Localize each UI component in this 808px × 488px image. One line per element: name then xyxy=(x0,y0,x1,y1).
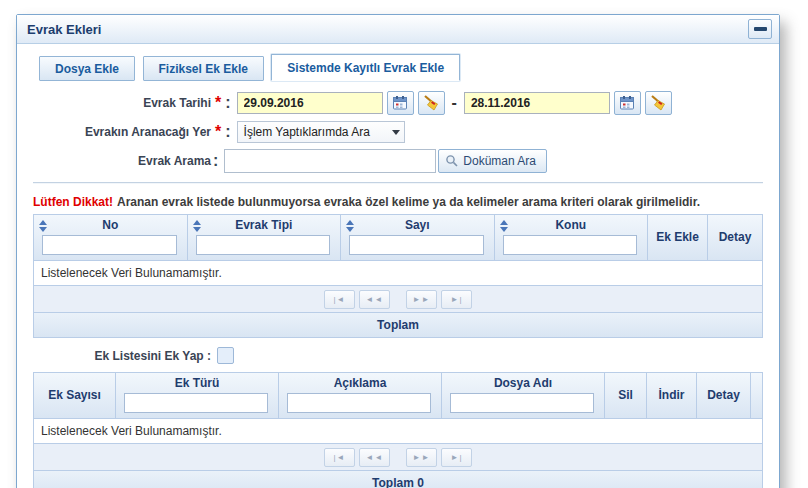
filter-no-input[interactable] xyxy=(42,235,177,255)
broom-icon xyxy=(649,94,667,112)
warning-prefix: Lütfen Dikkat! xyxy=(33,195,113,209)
attachment-list-checkbox-label: Ek Listesini Ek Yap : xyxy=(33,349,211,363)
calendar-icon xyxy=(619,95,635,111)
column-header-label: Dosya Adı xyxy=(446,376,600,392)
column-no: No xyxy=(34,215,188,260)
minimize-button[interactable] xyxy=(748,19,772,39)
column-detay: Detay xyxy=(697,373,751,418)
date-from-input[interactable] xyxy=(237,92,383,114)
date-to-clear-button[interactable] xyxy=(645,91,672,115)
minimize-icon xyxy=(754,27,767,31)
search-input[interactable] xyxy=(224,149,436,173)
chevron-down-icon xyxy=(392,130,400,135)
column-ek-ekle: Ek Ekle xyxy=(648,215,708,260)
search-place-select[interactable]: İşlem Yaptıklarımda Ara xyxy=(237,121,405,143)
attachments-table-header: Ek Sayısı Ek Türü Açıklama Dosya Adı Sil… xyxy=(34,373,762,418)
search-label: Evrak Arama xyxy=(33,154,211,168)
documents-table-header: No Evrak Tipi Sayı Konu xyxy=(34,215,762,260)
document-search-button-label: Doküman Ara xyxy=(463,154,536,168)
column-header-label[interactable]: Evrak Tipi xyxy=(192,218,337,234)
required-mark: * xyxy=(211,123,223,141)
search-form: Evrak Tarihi * : xyxy=(33,91,763,173)
attachment-list-checkbox[interactable] xyxy=(217,347,234,364)
required-mark: * xyxy=(211,94,223,112)
date-from-clear-button[interactable] xyxy=(418,91,445,115)
date-to-input[interactable] xyxy=(464,92,610,114)
column-header-label[interactable]: Konu xyxy=(499,218,644,234)
dialog-title: Evrak Ekleri xyxy=(27,22,101,37)
paginator-next-button[interactable]: ►► xyxy=(406,448,437,467)
column-aciklama: Açıklama xyxy=(279,373,442,418)
column-sil: Sil xyxy=(605,373,647,418)
attachments-table: Ek Sayısı Ek Türü Açıklama Dosya Adı Sil… xyxy=(33,372,763,488)
document-search-button[interactable]: Doküman Ara xyxy=(438,149,547,173)
search-place-row: Evrakın Aranacağı Yer * : İşlem Yaptıkla… xyxy=(33,120,763,144)
warning-message: Lütfen Dikkat!Aranan evrak listede bulun… xyxy=(33,195,763,209)
date-row: Evrak Tarihi * : xyxy=(33,91,763,115)
evrak-ekleri-dialog: Evrak Ekleri Dosya Ekle Fiziksel Ek Ekle… xyxy=(16,14,780,488)
dialog-content: Dosya Ekle Fiziksel Ek Ekle Sistemde Kay… xyxy=(17,44,779,488)
column-evrak-tipi: Evrak Tipi xyxy=(188,215,342,260)
sort-icon[interactable] xyxy=(500,220,509,232)
colon: : xyxy=(223,123,232,141)
column-indir: İndir xyxy=(647,373,697,418)
search-place-selected-value: İşlem Yaptıklarımda Ara xyxy=(244,125,386,139)
paginator-first-button[interactable]: |◄ xyxy=(324,448,355,467)
filter-evrak-tipi-input[interactable] xyxy=(196,235,331,255)
column-detay: Detay xyxy=(708,215,762,260)
column-spacer xyxy=(751,373,762,418)
documents-table: No Evrak Tipi Sayı Konu xyxy=(33,214,763,338)
paginator-next-button[interactable]: ►► xyxy=(406,290,437,309)
paginator-first-button[interactable]: |◄ xyxy=(324,290,355,309)
search-row: Evrak Arama : Doküman Ara xyxy=(33,149,763,173)
broom-icon xyxy=(422,94,440,112)
column-header-label: Açıklama xyxy=(283,376,437,392)
column-konu: Konu xyxy=(495,215,649,260)
colon: : xyxy=(223,94,232,112)
search-place-label: Evrakın Aranacağı Yer xyxy=(33,125,211,139)
calendar-icon xyxy=(392,95,408,111)
column-ek-sayisi: Ek Sayısı xyxy=(34,373,116,418)
column-dosya-adi: Dosya Adı xyxy=(442,373,605,418)
filter-sayi-input[interactable] xyxy=(349,235,484,255)
dialog-titlebar: Evrak Ekleri xyxy=(17,15,779,44)
documents-empty-row: Listelenecek Veri Bulunamamıştır. xyxy=(34,260,762,285)
filter-aciklama-input[interactable] xyxy=(287,393,431,413)
documents-table-footer: Toplam xyxy=(34,312,762,337)
tabstrip: Dosya Ekle Fiziksel Ek Ekle Sistemde Kay… xyxy=(39,54,763,81)
date-range-separator: - xyxy=(452,94,457,112)
tab-fiziksel-ek-ekle[interactable]: Fiziksel Ek Ekle xyxy=(143,56,264,81)
date-from-calendar-button[interactable] xyxy=(387,91,414,115)
sort-icon[interactable] xyxy=(193,220,202,232)
filter-ek-turu-input[interactable] xyxy=(124,393,268,413)
documents-paginator: |◄ ◄◄ ►► ►| xyxy=(34,285,762,312)
filter-konu-input[interactable] xyxy=(503,235,638,255)
paginator-prev-button[interactable]: ◄◄ xyxy=(359,290,390,309)
paginator-last-button[interactable]: ►| xyxy=(441,290,472,309)
sort-icon[interactable] xyxy=(39,220,48,232)
tab-dosya-ekle[interactable]: Dosya Ekle xyxy=(39,56,135,81)
colon: : xyxy=(211,152,220,170)
column-sayi: Sayı xyxy=(341,215,495,260)
filter-dosya-adi-input[interactable] xyxy=(450,393,594,413)
section-divider xyxy=(33,182,763,184)
date-to-calendar-button[interactable] xyxy=(614,91,641,115)
column-header-label[interactable]: Sayı xyxy=(345,218,490,234)
attachments-empty-row: Listelenecek Veri Bulunamamıştır. xyxy=(34,418,762,443)
paginator-prev-button[interactable]: ◄◄ xyxy=(359,448,390,467)
attachments-table-footer: Toplam 0 xyxy=(34,470,762,488)
attachments-paginator: |◄ ◄◄ ►► ►| xyxy=(34,443,762,470)
column-ek-turu: Ek Türü xyxy=(116,373,279,418)
attachment-list-row: Ek Listesini Ek Yap : xyxy=(33,347,763,364)
search-icon xyxy=(445,154,459,168)
warning-text: Aranan evrak listede bulunmuyorsa evraka… xyxy=(117,195,700,209)
paginator-last-button[interactable]: ►| xyxy=(441,448,472,467)
date-label: Evrak Tarihi xyxy=(33,96,211,110)
tab-sistemde-kayitli-evrak-ekle[interactable]: Sistemde Kayıtlı Evrak Ekle xyxy=(271,54,460,81)
column-header-label: Ek Türü xyxy=(120,376,274,392)
column-header-label[interactable]: No xyxy=(38,218,183,234)
sort-icon[interactable] xyxy=(346,220,355,232)
